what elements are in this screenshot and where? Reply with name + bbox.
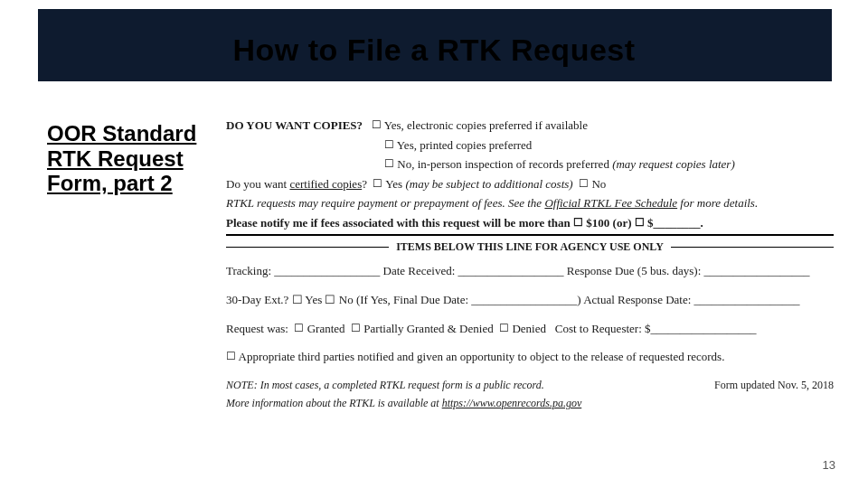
opt-inperson: No, in-person inspection of records pref…	[397, 157, 609, 171]
certified-yes: Yes	[385, 177, 402, 191]
ext-row: 30-Day Ext.? ☐ Yes ☐ No (If Yes, Final D…	[226, 292, 834, 308]
denied: Denied	[512, 322, 546, 335]
cost: Cost to Requester: $__________________	[555, 322, 757, 335]
agency-only-label: ITEMS BELOW THIS LINE FOR AGENCY USE ONL…	[389, 239, 671, 254]
notify-pre: Please notify me if fees associated with…	[226, 216, 571, 230]
fee-schedule-link: Official RTKL Fee Schedule	[544, 196, 677, 210]
certified-qmark: ?	[362, 177, 367, 191]
third-party-row: ☐ Appropriate third parties notified and…	[226, 349, 834, 365]
prepay-post: for more details.	[680, 196, 758, 210]
copies-row-2: ☐ Yes, printed copies preferred	[226, 137, 834, 154]
more-info-row: More information about the RTKL is avail…	[226, 396, 834, 410]
form-updated: Form updated Nov. 5, 2018	[714, 378, 834, 392]
checkbox-icon: ☐	[351, 321, 361, 335]
tracking-row: Tracking: __________________ Date Receiv…	[226, 263, 834, 279]
checkbox-icon: ☐	[372, 117, 382, 132]
checkbox-icon: ☐	[384, 137, 394, 152]
notify-row: Please notify me if fees associated with…	[226, 215, 834, 231]
request-was-pre: Request was:	[226, 322, 288, 335]
prepay-pre: RTKL requests may require payment or pre…	[226, 196, 542, 210]
certified-link: certified copies	[289, 177, 362, 191]
request-was-row: Request was: ☐ Granted ☐ Partially Grant…	[226, 321, 834, 337]
prepay-row: RTKL requests may require payment or pre…	[226, 195, 834, 211]
checkbox-icon: ☐	[384, 156, 394, 171]
copies-question: DO YOU WANT COPIES?	[226, 118, 363, 132]
footer-row: NOTE: In most cases, a completed RTKL re…	[226, 378, 834, 392]
checkbox-icon: ☐	[579, 176, 589, 191]
checkbox-icon: ☐	[635, 215, 645, 230]
slide: How to File a RTK Request OOR Standard R…	[0, 0, 868, 488]
checkbox-icon: ☐	[294, 321, 304, 335]
more-info-pre: More information about the RTKL is avail…	[226, 397, 439, 409]
notify-dollar: $________.	[647, 216, 703, 230]
divider-line	[226, 234, 834, 236]
checkbox-icon: ☐	[226, 349, 236, 363]
checkbox-icon: ☐	[499, 321, 509, 335]
checkbox-icon: ☐	[373, 176, 382, 191]
certified-no: No	[591, 177, 606, 191]
copies-row-3: ☐ No, in-person inspection of records pr…	[226, 156, 834, 173]
certified-yes-note: (may be subject to additional costs)	[405, 177, 572, 191]
page-number: 13	[823, 458, 835, 472]
subtitle: OOR Standard RTK Request Form, part 2	[47, 121, 210, 196]
more-info-url: https://www.openrecords.pa.gov	[442, 397, 582, 409]
divider-left	[226, 247, 389, 248]
divider-right	[671, 247, 834, 248]
certified-row: Do you want certified copies? ☐ Yes (may…	[226, 176, 834, 192]
form-image: DO YOU WANT COPIES? ☐ Yes, electronic co…	[226, 117, 834, 414]
opt-electronic: Yes, electronic copies preferred if avai…	[384, 118, 588, 132]
opt-inperson-note: (may request copies later)	[612, 157, 735, 171]
copies-row-1: DO YOU WANT COPIES? ☐ Yes, electronic co…	[226, 117, 834, 134]
note: NOTE: In most cases, a completed RTKL re…	[226, 378, 544, 392]
certified-pre: Do you want	[226, 177, 287, 191]
partial: Partially Granted & Denied	[363, 322, 493, 335]
agency-divider: ITEMS BELOW THIS LINE FOR AGENCY USE ONL…	[226, 239, 834, 254]
checkbox-icon: ☐	[573, 215, 583, 230]
notify-100: $100 (or)	[586, 216, 631, 230]
slide-title: How to File a RTK Request	[0, 33, 868, 68]
opt-printed: Yes, printed copies preferred	[397, 138, 533, 152]
third-party: Appropriate third parties notified and g…	[239, 350, 725, 363]
granted: Granted	[307, 322, 345, 335]
